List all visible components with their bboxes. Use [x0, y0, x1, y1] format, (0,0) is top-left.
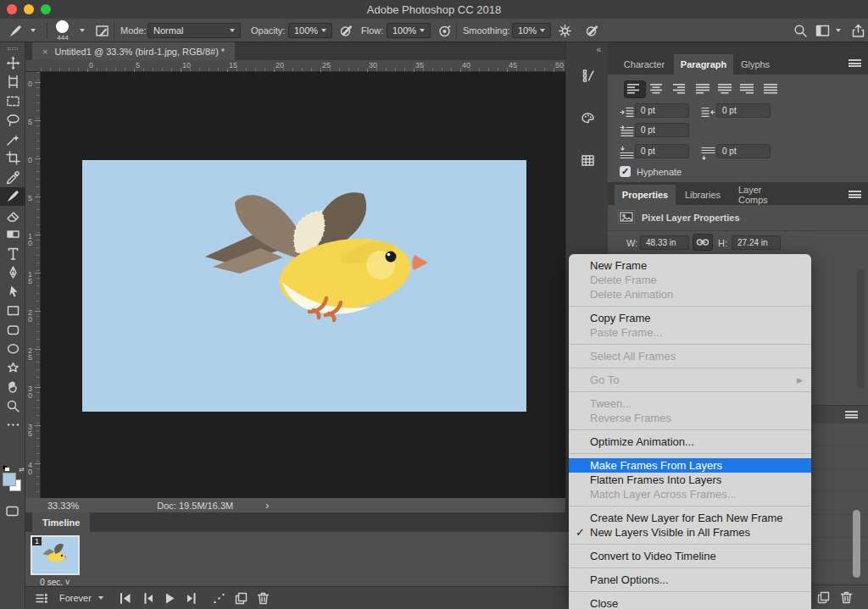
tab-properties[interactable]: Properties — [615, 185, 676, 205]
properties-panel-menu-icon[interactable] — [849, 191, 861, 198]
tween-icon[interactable] — [209, 587, 231, 609]
close-tab-icon[interactable]: × — [42, 47, 47, 57]
tab-layer-comps[interactable]: Layer Comps — [730, 185, 801, 205]
duplicate-frame-icon[interactable] — [231, 587, 253, 609]
default-colors-icon[interactable] — [3, 466, 10, 472]
align-button-0[interactable] — [625, 81, 645, 97]
align-button-6[interactable] — [761, 81, 782, 97]
pen-tool[interactable] — [0, 263, 25, 283]
document-image[interactable] — [82, 160, 526, 412]
menu-item-optimize-animation[interactable]: Optimize Animation... — [569, 435, 811, 449]
delete-layer-icon[interactable] — [839, 590, 854, 605]
canvas-area[interactable] — [41, 72, 565, 498]
flow-select[interactable]: 100% — [387, 19, 431, 42]
menu-item-make-frames-from-layers[interactable]: Make Frames From Layers — [569, 458, 811, 473]
menu-item-copy-frame[interactable]: Copy Frame — [569, 311, 811, 325]
opacity-select[interactable]: 100% — [288, 19, 332, 42]
menu-item-close[interactable]: Close — [569, 596, 811, 609]
foreground-color-swatch[interactable] — [3, 473, 16, 486]
custom-shape-tool[interactable] — [0, 358, 25, 378]
align-button-5[interactable] — [736, 81, 756, 97]
rounded-rect-tool[interactable] — [0, 320, 25, 340]
document-tab[interactable]: × Untitled1 @ 33.3% (bird-1.jpg, RGB/8#)… — [32, 42, 235, 60]
eyedropper-tool[interactable] — [0, 168, 25, 187]
smoothing-select[interactable]: 10% — [512, 19, 551, 42]
menu-item-new-frame[interactable]: New Frame — [569, 258, 811, 273]
properties-scrollbar[interactable] — [857, 269, 865, 388]
tab-character[interactable]: Character — [615, 54, 674, 75]
lasso-tool[interactable] — [0, 111, 25, 130]
zoom-tool[interactable] — [0, 396, 25, 416]
play-icon[interactable] — [159, 587, 181, 609]
horizontal-ruler[interactable]: 05101520253035404550 — [25, 60, 565, 72]
indent-right-field[interactable]: 0 pt — [716, 103, 771, 118]
swatches-panel-icon[interactable] — [576, 149, 598, 171]
move-tool[interactable] — [0, 53, 25, 73]
brush-settings-panel-icon[interactable] — [576, 64, 598, 86]
menu-item-convert-to-video-timeline[interactable]: Convert to Video Timeline — [569, 549, 811, 563]
delete-frame-icon[interactable] — [253, 587, 275, 609]
link-dimensions-icon[interactable] — [693, 234, 713, 251]
toggle-brush-settings-icon[interactable] — [95, 19, 109, 42]
tab-paragraph[interactable]: Paragraph — [674, 54, 733, 75]
hand-tool[interactable] — [0, 378, 25, 397]
workspace-caret[interactable] — [836, 19, 841, 42]
first-frame-icon[interactable] — [115, 587, 137, 609]
hyphenate-checkbox[interactable]: ✓ — [620, 166, 631, 177]
brush-tool[interactable] — [0, 187, 25, 207]
pressure-opacity-icon[interactable] — [339, 19, 353, 42]
brush-tool-preset[interactable] — [8, 19, 23, 42]
path-select-tool[interactable] — [0, 282, 25, 302]
status-chevron-icon[interactable]: › — [265, 500, 269, 512]
timeline-frame-1[interactable]: 1 — [31, 535, 80, 575]
align-button-2[interactable] — [667, 81, 687, 97]
align-button-1[interactable] — [646, 81, 666, 97]
more-tool[interactable] — [0, 416, 25, 435]
previous-frame-icon[interactable] — [137, 587, 159, 609]
rectangle-tool[interactable] — [0, 302, 25, 321]
brush-size-caret[interactable] — [80, 29, 85, 32]
layers-scrollbar[interactable] — [853, 510, 860, 578]
artboard-tool[interactable] — [0, 73, 25, 92]
menu-item-create-new-layer-for-each-new-frame[interactable]: Create New Layer for Each New Frame — [569, 511, 811, 525]
width-field[interactable]: 48.33 in — [640, 235, 689, 250]
toolbar-grip[interactable] — [8, 47, 18, 50]
screen-mode-icon[interactable] — [5, 504, 19, 518]
smoothing-options-gear-icon[interactable] — [558, 19, 572, 42]
vertical-ruler[interactable]: 050510152025303540 — [25, 72, 41, 498]
collapse-dock-icon[interactable]: « — [596, 45, 601, 54]
search-icon[interactable] — [793, 19, 808, 42]
layers-panel-menu-icon[interactable] — [845, 411, 858, 418]
airbrush-icon[interactable] — [437, 19, 452, 42]
menu-item-new-layers-visible-in-all-frames[interactable]: ✓New Layers Visible in All Frames — [569, 525, 811, 540]
zoom-level[interactable]: 33.33% — [47, 501, 79, 511]
crop-tool[interactable] — [0, 149, 25, 169]
height-field[interactable]: 27.24 in — [732, 235, 781, 250]
gradient-tool[interactable] — [0, 225, 25, 245]
eraser-tool[interactable] — [0, 206, 25, 225]
tab-glyphs[interactable]: Glyphs — [733, 54, 777, 75]
workspace-icon[interactable] — [815, 19, 830, 42]
mode-select[interactable]: Normal — [147, 19, 241, 42]
loop-count-select[interactable]: Forever — [59, 593, 92, 603]
marquee-tool[interactable] — [0, 91, 25, 111]
indent-firstline-field[interactable]: 0 pt — [635, 123, 689, 137]
color-panel-icon[interactable] — [576, 107, 598, 129]
brush-preset-caret[interactable] — [31, 19, 36, 42]
quick-select-tool[interactable] — [0, 130, 25, 149]
share-icon[interactable] — [851, 19, 865, 42]
align-button-4[interactable] — [715, 81, 735, 97]
new-layer-icon[interactable] — [816, 590, 831, 605]
ellipse-tool[interactable] — [0, 340, 25, 359]
space-before-field[interactable]: 0 pt — [635, 144, 689, 158]
indent-left-field[interactable]: 0 pt — [635, 103, 689, 118]
swap-colors-icon[interactable]: ⇄ — [19, 466, 25, 473]
align-button-3[interactable] — [693, 81, 714, 97]
type-tool[interactable] — [0, 244, 25, 263]
space-after-field[interactable]: 0 pt — [716, 144, 771, 158]
loop-count-caret[interactable] — [98, 596, 103, 600]
pressure-size-icon[interactable] — [585, 19, 599, 42]
next-frame-icon[interactable] — [181, 587, 203, 609]
brush-size-picker[interactable]: 444 — [54, 19, 85, 42]
tab-timeline[interactable]: Timeline — [32, 512, 90, 532]
